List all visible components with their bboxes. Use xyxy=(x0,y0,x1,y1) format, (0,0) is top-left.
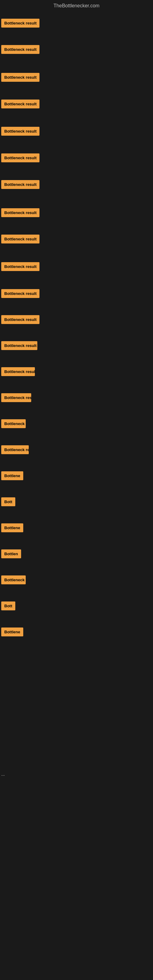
bottleneck-badge-7[interactable]: Bottleneck result xyxy=(1,180,40,189)
bottleneck-badge-8[interactable]: Bottleneck result xyxy=(1,208,40,217)
bottleneck-row-12: Bottleneck result xyxy=(0,314,153,326)
bottleneck-badge-3[interactable]: Bottleneck result xyxy=(1,73,40,82)
bottleneck-badge-5[interactable]: Bottleneck result xyxy=(1,127,40,136)
bottleneck-row-5: Bottleneck result xyxy=(0,126,153,138)
bottleneck-row-19: Bott xyxy=(0,496,153,509)
bottleneck-badge-11[interactable]: Bottleneck result xyxy=(1,289,40,298)
bottleneck-row-24: Bottlene xyxy=(0,626,153,639)
bottleneck-row-14: Bottleneck result xyxy=(0,366,153,379)
bottleneck-row-9: Bottleneck result xyxy=(0,233,153,246)
bottleneck-row-4: Bottleneck result xyxy=(0,98,153,111)
bottleneck-row-11: Bottleneck result xyxy=(0,288,153,301)
bottleneck-badge-14[interactable]: Bottleneck result xyxy=(1,367,35,376)
bottleneck-badge-1[interactable]: Bottleneck result xyxy=(1,19,40,27)
bottleneck-row-15: Bottleneck res xyxy=(0,392,153,404)
bottleneck-row-2: Bottleneck result xyxy=(0,44,153,56)
page-wrapper: TheBottlenecker.com ... Bottleneck resul… xyxy=(0,0,153,980)
bottleneck-row-8: Bottleneck result xyxy=(0,207,153,220)
bottleneck-row-20: Bottlene xyxy=(0,522,153,535)
bottleneck-badge-21[interactable]: Bottlen xyxy=(1,549,21,558)
bottleneck-badge-13[interactable]: Bottleneck result xyxy=(1,341,37,350)
bottleneck-badge-19[interactable]: Bott xyxy=(1,497,15,506)
bottleneck-badge-16[interactable]: Bottleneck xyxy=(1,419,26,428)
bottleneck-row-22: Bottleneck xyxy=(0,574,153,587)
bottleneck-row-13: Bottleneck result xyxy=(0,340,153,353)
bottleneck-badge-15[interactable]: Bottleneck res xyxy=(1,393,31,402)
bottleneck-row-10: Bottleneck result xyxy=(0,261,153,274)
bottleneck-row-7: Bottleneck result xyxy=(0,179,153,191)
bottleneck-badge-2[interactable]: Bottleneck result xyxy=(1,45,40,54)
bottleneck-row-21: Bottlen xyxy=(0,548,153,561)
bottleneck-list xyxy=(0,10,153,13)
bottleneck-badge-23[interactable]: Bott xyxy=(1,601,15,610)
site-title: TheBottlenecker.com xyxy=(0,0,153,10)
bottleneck-badge-12[interactable]: Bottleneck result xyxy=(1,315,40,324)
bottleneck-badge-20[interactable]: Bottlene xyxy=(1,523,23,532)
bottleneck-badge-9[interactable]: Bottleneck result xyxy=(1,235,40,243)
bottleneck-row-3: Bottleneck result xyxy=(0,72,153,84)
bottleneck-row-1: Bottleneck result xyxy=(0,18,153,30)
bottleneck-badge-24[interactable]: Bottlene xyxy=(1,627,23,636)
bottleneck-badge-4[interactable]: Bottleneck result xyxy=(1,100,40,108)
bottleneck-badge-17[interactable]: Bottleneck re xyxy=(1,445,29,454)
ellipsis-marker: ... xyxy=(1,772,5,776)
bottleneck-row-23: Bott xyxy=(0,600,153,613)
bottleneck-row-6: Bottleneck result xyxy=(0,152,153,165)
bottleneck-badge-6[interactable]: Bottleneck result xyxy=(1,153,40,162)
bottleneck-badge-22[interactable]: Bottleneck xyxy=(1,576,26,584)
bottleneck-badge-18[interactable]: Bottlene xyxy=(1,471,23,480)
bottleneck-row-18: Bottlene xyxy=(0,470,153,483)
bottleneck-badge-10[interactable]: Bottleneck result xyxy=(1,262,40,271)
bottleneck-row-16: Bottleneck xyxy=(0,418,153,431)
bottleneck-row-17: Bottleneck re xyxy=(0,444,153,457)
